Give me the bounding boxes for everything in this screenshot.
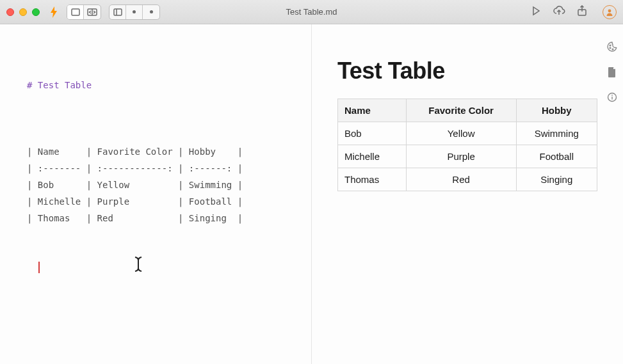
share-button[interactable] [577, 5, 587, 19]
preview-pane: Test Table Name Favorite Color Hobby Bob… [312, 24, 623, 364]
table-row: Michelle Purple Football [338, 145, 597, 168]
preview-table: Name Favorite Color Hobby Bob Yellow Swi… [337, 99, 597, 191]
table-header-row: Name Favorite Color Hobby [338, 99, 597, 122]
view-mode-split[interactable] [84, 5, 101, 19]
view-mode-single[interactable] [67, 5, 84, 19]
table-header-cell: Favorite Color [406, 99, 516, 122]
table-cell: Thomas [338, 168, 407, 191]
run-button[interactable] [531, 6, 541, 19]
ibeam-cursor-icon [99, 239, 145, 295]
svg-rect-0 [72, 9, 79, 15]
close-window-button[interactable] [6, 8, 14, 16]
svg-point-11 [610, 45, 611, 46]
editor-line: | Bob | Yellow | Swimming | [27, 180, 243, 190]
view-mode-segmented-1 [67, 4, 101, 20]
table-header-cell: Hobby [516, 99, 597, 122]
theme-icon[interactable] [606, 41, 618, 55]
titlebar: Test Table.md [0, 0, 623, 24]
svg-rect-3 [114, 9, 122, 15]
pane-layout-b[interactable] [126, 5, 143, 19]
view-mode-segmented-2 [109, 4, 160, 20]
svg-point-9 [608, 9, 611, 12]
preview-right-gutter [601, 24, 623, 364]
pane-layout-a[interactable] [109, 5, 126, 19]
editor-heading-line: # Test Table [27, 80, 92, 90]
svg-point-16 [611, 95, 613, 96]
zoom-window-button[interactable] [32, 8, 40, 16]
svg-point-12 [610, 47, 611, 49]
lightning-icon[interactable] [49, 5, 59, 19]
table-row: Bob Yellow Swimming [338, 122, 597, 145]
table-header-cell: Name [338, 99, 407, 122]
account-avatar[interactable] [603, 5, 617, 19]
table-cell: Michelle [338, 145, 407, 168]
minimize-window-button[interactable] [19, 8, 27, 16]
editor-line: | Name | Favorite Color | Hobby | [27, 146, 243, 157]
pane-layout-c[interactable] [143, 5, 159, 19]
text-cursor [38, 262, 40, 273]
main-split: # Test Table | Name | Favorite Color | H… [0, 24, 623, 364]
svg-point-13 [612, 49, 613, 50]
table-row: Thomas Red Singing [338, 168, 597, 191]
cloud-upload-button[interactable] [553, 6, 565, 19]
table-cell: Purple [406, 145, 516, 168]
pdf-export-icon[interactable] [607, 67, 617, 81]
table-cell: Yellow [406, 122, 516, 145]
editor-line: | :------- | :------------: | :------: | [27, 163, 243, 173]
window-controls [6, 8, 40, 16]
toolbar-right [531, 5, 617, 19]
preview-title: Test Table [337, 58, 597, 84]
table-cell: Red [406, 168, 516, 191]
editor-pane[interactable]: # Test Table | Name | Favorite Color | H… [0, 24, 312, 364]
table-cell: Singing [516, 168, 597, 191]
table-cell: Bob [338, 122, 407, 145]
table-cell: Swimming [516, 122, 597, 145]
editor-line: | Thomas | Red | Singing | [27, 213, 243, 223]
svg-marker-5 [533, 7, 539, 15]
editor-line: | Michelle | Purple | Football | [27, 196, 243, 207]
info-icon[interactable] [607, 92, 617, 105]
table-cell: Football [516, 145, 597, 168]
